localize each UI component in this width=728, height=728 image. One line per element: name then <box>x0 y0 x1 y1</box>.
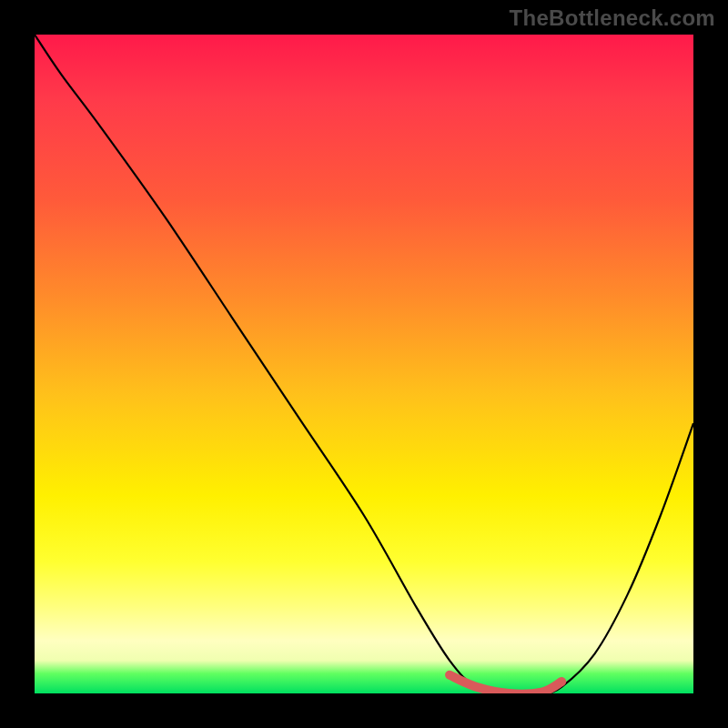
chart-container: TheBottleneck.com <box>0 0 728 728</box>
plot-area <box>35 35 693 693</box>
chart-curve-layer <box>35 35 693 693</box>
watermark-text: TheBottleneck.com <box>510 5 715 31</box>
bottleneck-curve <box>35 35 693 693</box>
highlight-band <box>450 675 561 693</box>
